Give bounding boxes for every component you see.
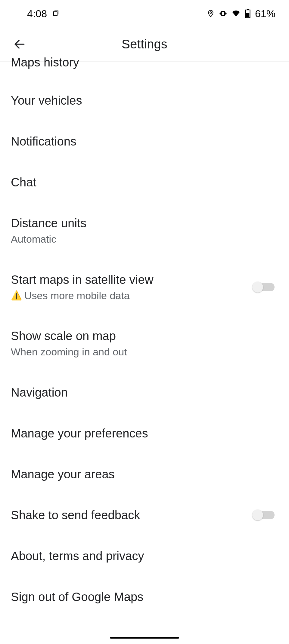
svg-rect-1 xyxy=(222,11,224,16)
setting-item-satellite-view[interactable]: Start maps in satellite view ⚠️ Uses mor… xyxy=(11,259,278,316)
setting-item-signout[interactable]: Sign out of Google Maps xyxy=(11,576,278,617)
setting-item-areas[interactable]: Manage your areas xyxy=(11,454,278,495)
setting-title: Chat xyxy=(11,174,278,190)
setting-subtitle: Automatic xyxy=(11,232,278,247)
setting-title: Sign out of Google Maps xyxy=(11,589,278,605)
setting-title: Manage your areas xyxy=(11,466,278,482)
setting-title: Notifications xyxy=(11,133,278,149)
setting-item-notifications[interactable]: Notifications xyxy=(11,121,278,162)
svg-rect-3 xyxy=(247,9,249,10)
toggle-thumb xyxy=(252,510,263,520)
nav-indicator[interactable] xyxy=(110,637,179,639)
setting-item-preferences[interactable]: Manage your preferences xyxy=(11,413,278,454)
toggle-thumb xyxy=(252,282,263,293)
vibrate-icon xyxy=(219,9,227,18)
settings-list: Maps history Your vehicles Notifications… xyxy=(0,56,289,617)
location-icon xyxy=(207,10,215,17)
setting-item-navigation[interactable]: Navigation xyxy=(11,372,278,413)
setting-subtitle: ⚠️ Uses more mobile data xyxy=(11,289,253,303)
satellite-view-toggle[interactable] xyxy=(253,283,275,291)
setting-subtitle-text: Uses more mobile data xyxy=(24,289,130,303)
page-title: Settings xyxy=(0,37,289,51)
setting-title: Distance units xyxy=(11,215,278,231)
app-bar: Settings xyxy=(0,27,289,62)
battery-icon xyxy=(245,9,251,18)
status-time: 4:08 xyxy=(27,8,47,20)
setting-title: Show scale on map xyxy=(11,328,278,344)
shake-feedback-toggle[interactable] xyxy=(253,511,275,519)
warning-icon: ⚠️ xyxy=(11,289,22,302)
status-left: 4:08 xyxy=(27,8,60,20)
setting-subtitle: When zooming in and out xyxy=(11,345,278,359)
svg-rect-4 xyxy=(246,13,250,17)
battery-text: 61% xyxy=(255,8,275,20)
setting-item-distance-units[interactable]: Distance units Automatic xyxy=(11,203,278,259)
setting-title: Manage your preferences xyxy=(11,425,278,441)
setting-item-about[interactable]: About, terms and privacy xyxy=(11,535,278,576)
back-button[interactable] xyxy=(11,35,29,53)
setting-item-vehicles[interactable]: Your vehicles xyxy=(11,80,278,121)
setting-title: About, terms and privacy xyxy=(11,548,278,564)
setting-item-chat[interactable]: Chat xyxy=(11,162,278,203)
wifi-icon xyxy=(232,9,241,18)
setting-title: Shake to send feedback xyxy=(11,507,253,523)
setting-item-scale[interactable]: Show scale on map When zooming in and ou… xyxy=(11,315,278,372)
setting-title: Start maps in satellite view xyxy=(11,272,253,287)
setting-item-shake-feedback[interactable]: Shake to send feedback xyxy=(11,495,278,535)
setting-title: Navigation xyxy=(11,385,278,400)
arrow-left-icon xyxy=(13,38,26,51)
svg-point-0 xyxy=(210,12,211,13)
setting-title: Your vehicles xyxy=(11,93,278,108)
tabs-icon xyxy=(52,10,60,17)
status-bar: 4:08 61% xyxy=(0,0,289,27)
status-right: 61% xyxy=(207,8,275,20)
